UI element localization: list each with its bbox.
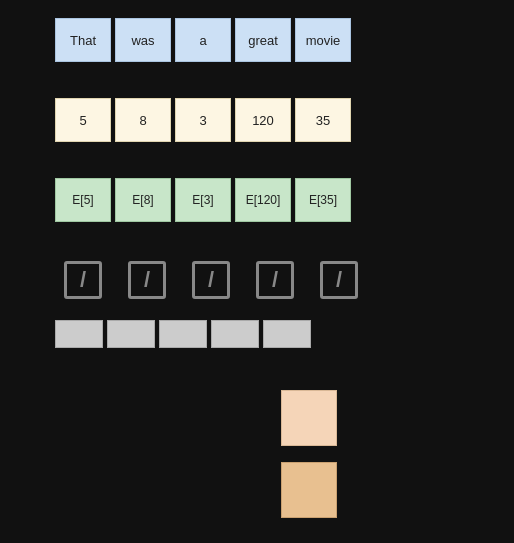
word-was: was (115, 18, 171, 62)
slash-shape-5 (320, 261, 358, 299)
slash-shape-2 (128, 261, 166, 299)
num-8: 8 (115, 98, 171, 142)
word-movie: movie (295, 18, 351, 62)
word-that: That (55, 18, 111, 62)
word-a: a (175, 18, 231, 62)
output-cell-2 (281, 462, 337, 518)
small-boxes-row (55, 320, 311, 348)
slash-icon-3 (183, 258, 239, 302)
numbers-row: 5 8 3 120 35 (55, 98, 351, 142)
slash-icons-row (55, 258, 367, 302)
num-120: 120 (235, 98, 291, 142)
embedding-35: E[35] (295, 178, 351, 222)
slash-shape-1 (64, 261, 102, 299)
slash-icon-5 (311, 258, 367, 302)
words-row: That was a great movie (55, 18, 351, 62)
embedding-5: E[5] (55, 178, 111, 222)
slash-icon-2 (119, 258, 175, 302)
slash-shape-4 (256, 261, 294, 299)
embedding-8: E[8] (115, 178, 171, 222)
small-box-3 (159, 320, 207, 348)
small-box-1 (55, 320, 103, 348)
num-3: 3 (175, 98, 231, 142)
output-cell-1 (281, 390, 337, 446)
small-box-4 (211, 320, 259, 348)
slash-shape-3 (192, 261, 230, 299)
small-box-5 (263, 320, 311, 348)
small-box-2 (107, 320, 155, 348)
slash-icon-4 (247, 258, 303, 302)
slash-icon-1 (55, 258, 111, 302)
word-great: great (235, 18, 291, 62)
num-5: 5 (55, 98, 111, 142)
embedding-120: E[120] (235, 178, 291, 222)
embedding-3: E[3] (175, 178, 231, 222)
num-35: 35 (295, 98, 351, 142)
embedding-row: E[5] E[8] E[3] E[120] E[35] (55, 178, 351, 222)
